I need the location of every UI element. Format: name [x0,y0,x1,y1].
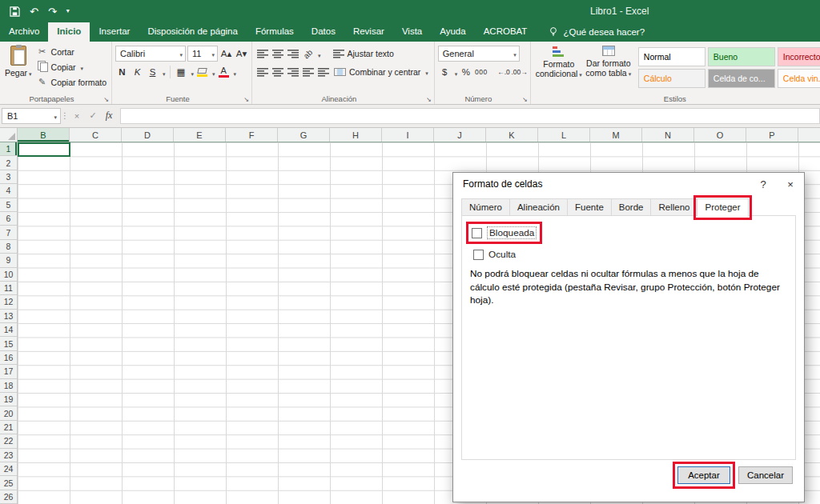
number-format-select[interactable]: General [438,46,520,62]
column-header[interactable]: B [18,128,70,142]
row-header[interactable]: 16 [0,351,17,365]
column-header[interactable]: J [434,128,486,142]
cut-button[interactable]: ✂ Cortar [35,44,108,59]
bold-button[interactable]: N [115,65,129,80]
tell-me-search[interactable]: ¿Qué desea hacer? [549,22,645,42]
ribbon-tab[interactable]: Fórmulas [247,22,303,42]
close-icon[interactable]: × [777,173,804,195]
row-header[interactable]: 9 [0,254,17,267]
column-header[interactable]: C [70,128,122,142]
increase-decimal-icon[interactable]: ←.0 [497,65,511,80]
increase-indent-icon[interactable] [316,65,330,80]
save-icon[interactable] [10,6,20,17]
row-header[interactable]: 10 [0,268,17,282]
select-all-corner[interactable] [0,128,18,142]
cell-style[interactable]: Celda de co... [708,69,775,88]
active-cell[interactable] [18,142,70,157]
cancel-button[interactable]: Cancelar [738,466,793,484]
underline-button[interactable]: S [146,65,159,80]
column-header[interactable]: F [226,128,278,142]
column-header[interactable]: I [382,128,434,142]
row-header[interactable]: 17 [0,365,17,378]
row-header[interactable]: 22 [0,434,17,448]
insert-function-icon[interactable]: fx [101,110,117,122]
dialog-launcher-icon[interactable]: ↘ [243,96,249,103]
ribbon-tab[interactable]: Insertar [90,22,139,42]
align-right-icon[interactable] [286,65,299,80]
font-color-icon[interactable]: A [217,65,231,80]
column-header[interactable]: O [694,128,746,142]
qat-customize-icon[interactable]: ▾ [66,8,70,14]
cell-style[interactable]: Incorrecto [778,47,820,66]
column-header[interactable]: H [330,128,382,142]
column-header[interactable]: G [278,128,330,142]
italic-button[interactable]: K [131,65,144,80]
font-name-select[interactable]: Calibri [115,46,186,62]
decrease-decimal-icon[interactable]: .00→ [512,65,527,80]
fill-color-icon[interactable] [195,65,209,80]
align-middle-icon[interactable] [271,46,284,62]
row-header[interactable]: 2 [0,156,17,170]
row-header[interactable]: 18 [0,379,17,393]
hidden-checkbox-row[interactable]: Oculta [470,246,519,262]
decrease-indent-icon[interactable] [301,65,315,80]
row-header[interactable]: 7 [0,226,17,239]
hidden-checkbox[interactable] [473,250,484,260]
dialog-tab[interactable]: Borde [611,198,652,216]
column-header[interactable]: K [486,128,538,142]
cell-style[interactable]: Cálculo [638,69,705,88]
percent-style-icon[interactable]: % [459,65,472,80]
dialog-launcher-icon[interactable]: ↘ [426,96,432,103]
dialog-tab[interactable]: Fuente [567,198,612,216]
row-header[interactable]: 5 [0,198,17,212]
row-header[interactable]: 15 [0,337,17,350]
column-header[interactable]: D [122,128,174,142]
row-header[interactable]: 4 [0,184,17,198]
merge-center-button[interactable]: Combinar y centrar [332,67,431,77]
column-header[interactable]: P [746,128,798,142]
align-bottom-icon[interactable] [286,46,299,62]
currency-format-icon[interactable]: $ [438,65,452,80]
row-header[interactable]: 12 [0,295,17,309]
row-header[interactable]: 19 [0,393,17,406]
wrap-text-button[interactable]: Ajustar texto [331,49,396,58]
row-header[interactable]: 11 [0,282,17,295]
cell-style[interactable]: Bueno [708,47,775,66]
locked-checkbox[interactable] [472,228,482,238]
row-header[interactable]: 6 [0,212,17,226]
copy-button[interactable]: Copiar [35,59,108,74]
row-header[interactable]: 21 [0,421,17,434]
dialog-launcher-icon[interactable]: ↘ [103,96,109,103]
cancel-icon[interactable]: × [69,111,85,121]
ribbon-tab[interactable]: Revisar [344,22,393,42]
font-size-select[interactable]: 11 [187,46,218,62]
row-header[interactable]: 24 [0,462,17,476]
increase-font-icon[interactable]: A▴ [219,46,233,62]
cell-style[interactable]: Celda vin... [778,69,820,88]
row-header[interactable]: 23 [0,449,17,462]
column-header[interactable]: M [590,128,642,142]
row-header[interactable]: 14 [0,323,17,337]
format-painter-button[interactable]: ✎ Copiar formato [35,74,108,90]
borders-icon[interactable]: ▦ [175,65,188,80]
row-header[interactable]: 8 [0,240,17,254]
orientation-icon[interactable]: ab [301,46,315,62]
row-header[interactable]: 13 [0,310,17,323]
paste-button[interactable]: Pegar [3,44,34,92]
row-header[interactable]: 20 [0,406,17,420]
column-header[interactable]: E [174,128,226,142]
help-button[interactable]: ? [750,173,777,195]
row-header[interactable]: 26 [0,490,17,504]
row-header[interactable]: 1 [0,142,17,156]
dialog-tab[interactable]: Número [461,198,510,216]
ribbon-tab[interactable]: Archivo [0,22,48,42]
ribbon-tab[interactable]: Disposición de página [139,22,247,42]
decrease-font-icon[interactable]: A▾ [235,46,248,62]
align-top-icon[interactable] [255,46,269,62]
undo-icon[interactable]: ↶ [30,6,38,17]
dialog-tab[interactable]: Relleno [650,198,697,216]
enter-icon[interactable]: ✓ [85,110,101,121]
format-as-table-button[interactable]: Dar formato como tabla [584,44,633,92]
dialog-tab[interactable]: Proteger [697,198,748,217]
row-header[interactable]: 25 [0,476,17,490]
